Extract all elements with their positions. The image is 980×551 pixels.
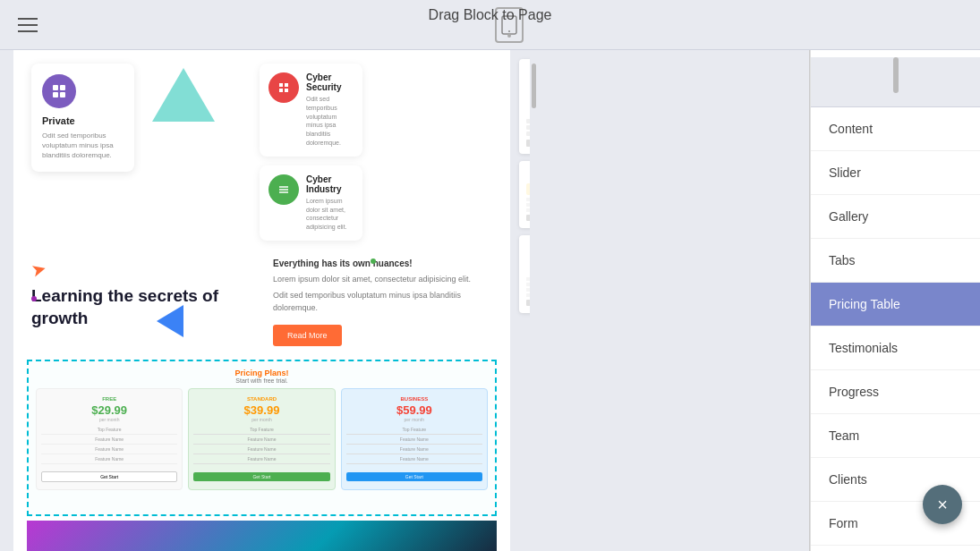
card-private: Private Odit sed temporibus voluptatum m… (31, 64, 134, 172)
card-cyber-industry: Cyber Industry Lorem ipsum dolor sit ame… (260, 165, 362, 241)
arrow-icon: ➤ (29, 257, 49, 282)
svg-rect-8 (279, 89, 283, 92)
read-more-button[interactable]: Read More (273, 325, 342, 346)
pricing-block2-header: Pricing Plans! Start with free trial. (36, 369, 488, 384)
fab-close-button[interactable]: × (923, 485, 962, 524)
svg-rect-2 (53, 85, 58, 90)
page-preview: Private Odit sed temporibus voluptatum m… (13, 50, 510, 551)
hero-desc3: Odit sed temporibus voluptatum minus ips… (273, 290, 492, 314)
panel-item-tabs[interactable]: Tabs (811, 239, 980, 283)
panel-item-content[interactable]: Content (811, 107, 980, 151)
drag-drop-zone[interactable]: Pricing Plans! Start with free trial. FR… (27, 360, 497, 516)
hero-title: Learning the secrets of growth (31, 285, 251, 329)
svg-point-1 (508, 30, 510, 32)
card-3-text: Cyber Industry Lorem ipsum dolor sit ame… (306, 174, 354, 232)
panel-scroll-indicator (893, 57, 899, 93)
pricing-col-free: FREE $29.99 per month Top Feature Featur… (36, 388, 183, 490)
svg-rect-6 (279, 83, 283, 87)
panel-item-pricing-table[interactable]: Pricing Table (811, 283, 980, 326)
pricing-btn-business[interactable]: Get Start (346, 472, 482, 481)
card-text-3: Lorem ipsum dolor sit amet, consectetur … (306, 197, 354, 232)
cards-section: Private Odit sed temporibus voluptatum m… (13, 50, 510, 250)
panel-header (811, 57, 980, 107)
panel-item-progress[interactable]: Progress (811, 370, 980, 414)
panel-label-testimonials: Testimonials (829, 341, 898, 355)
svg-rect-5 (60, 92, 65, 97)
card-icon-green (268, 174, 299, 205)
panel-label-slider: Slider (829, 165, 861, 180)
bottom-image-placeholder (27, 521, 497, 551)
card-text-2: Odit sed temporibus voluptatum minus ips… (306, 95, 354, 148)
cards-right: Cyber Security Odit sed temporibus volup… (260, 64, 362, 241)
drag-label: Drag Block to Page (429, 7, 552, 23)
card-text-1: Odit sed temporibus voluptatum minus ips… (42, 131, 124, 161)
top-bar-center: Drag Block to Page (55, 7, 962, 43)
hero-text: ➤ Learning the secrets of growth (31, 259, 260, 347)
hero-section: ➤ Learning the secrets of growth Everyth… (13, 250, 510, 356)
pricing-col-business: BUSINESS $59.99 per month Top Feature Fe… (341, 388, 488, 490)
panel-label-gallery: Gallery (829, 209, 868, 224)
panel-item-footer[interactable]: Footer (811, 546, 980, 551)
card-title-1: Private (42, 115, 124, 126)
panel-label-team: Team (829, 428, 859, 443)
svg-rect-4 (53, 92, 58, 97)
pricing-block2-sub: Start with free trial. (36, 377, 488, 384)
deco-triangle-teal (152, 68, 215, 122)
pricing-block2-title: Pricing Plans! (36, 369, 488, 377)
panel-label-clients: Clients (829, 472, 867, 487)
close-icon: × (937, 495, 948, 515)
hero-desc2: Lorem ipsum dolor sit amet, consectetur … (273, 274, 492, 286)
deco-triangle-blue (157, 305, 183, 337)
panel-item-slider[interactable]: Slider (811, 151, 980, 195)
top-bar: Drag Block to Page (0, 0, 980, 50)
pricing-col-standard: STANDARD $39.99 per month Top Feature Fe… (188, 388, 335, 490)
pricing-btn-free[interactable]: Get Start (41, 471, 177, 482)
panel-item-testimonials[interactable]: Testimonials (811, 326, 980, 370)
hero-desc1: Everything has its own nuances! (273, 259, 492, 268)
drag-area-content: Pricing Plans! Start with free trial. FR… (29, 361, 495, 497)
card-icon-red (268, 72, 299, 103)
canvas-scroll[interactable]: Private Odit sed temporibus voluptatum m… (0, 50, 537, 551)
panel-label-content: Content (829, 122, 873, 136)
panel-label-progress: Progress (829, 385, 879, 399)
right-panel: Content Slider Gallery Tabs Pricing Tabl… (810, 50, 980, 551)
canvas-scroll-thumb[interactable] (532, 64, 536, 108)
hamburger-menu[interactable] (18, 18, 38, 32)
panel-item-gallery[interactable]: Gallery (811, 195, 980, 239)
svg-rect-3 (60, 85, 65, 90)
panel-label-pricing-table: Pricing Table (829, 297, 900, 311)
card-2-text: Cyber Security Odit sed temporibus volup… (306, 72, 354, 148)
canvas-area: Private Odit sed temporibus voluptatum m… (0, 50, 810, 551)
svg-rect-7 (285, 83, 288, 87)
pricing-btn-standard[interactable]: Get Start (193, 472, 329, 481)
svg-rect-9 (285, 89, 288, 92)
main-container: Private Odit sed temporibus voluptatum m… (0, 50, 980, 551)
canvas-scrollbar[interactable] (530, 50, 537, 551)
card-cyber-security: Cyber Security Odit sed temporibus volup… (260, 64, 362, 157)
card-title-2: Cyber Security (306, 72, 354, 92)
card-icon-purple (42, 74, 76, 108)
deco-dot-green (371, 259, 376, 264)
panel-label-tabs: Tabs (829, 253, 856, 267)
panel-item-team[interactable]: Team (811, 414, 980, 458)
hero-content: Everything has its own nuances! Lorem ip… (273, 259, 492, 347)
panel-label-form: Form (829, 516, 858, 530)
pricing-cols-large: FREE $29.99 per month Top Feature Featur… (36, 388, 488, 490)
card-title-3: Cyber Industry (306, 174, 354, 194)
bottom-dark-section (27, 521, 497, 551)
